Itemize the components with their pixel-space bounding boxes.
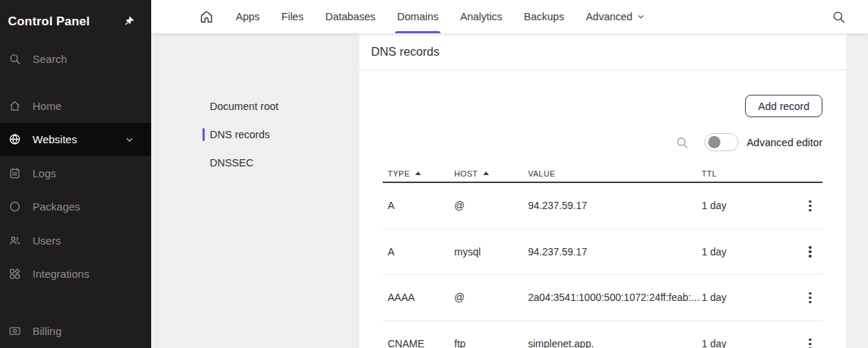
row-menu-icon[interactable] [806,336,814,348]
tab-domains[interactable]: Domains [397,0,438,33]
sidebar-item-label: Packages [33,200,80,213]
subnav-item-label: Document root [210,101,278,112]
sort-asc-icon [415,171,421,175]
sidebar-search[interactable]: Search [0,43,151,74]
sidebar-nav: Home Websites Logs [0,89,151,348]
column-label: TYPE [388,169,410,178]
subnav-item-label: DNS records [210,129,270,140]
tab-backups[interactable]: Backups [524,0,564,33]
cell-host: ftp [454,338,528,348]
top-nav: Apps Files Databases Domains Analytics B… [151,0,868,33]
dns-records-table: TYPE HOST VALUE TTL A [383,165,822,348]
sidebar-item-logs[interactable]: Logs [0,156,151,190]
sidebar-item-label: Billing [33,325,61,337]
search-icon [9,53,21,65]
tab-files[interactable]: Files [281,0,304,33]
tab-databases[interactable]: Databases [326,0,375,33]
cell-ttl: 1 day [702,200,798,211]
domain-subnav: Document root DNS records DNSSEC [151,33,359,177]
add-record-button[interactable]: Add record [745,95,822,117]
dns-records-panel: DNS records Add record Advanced editor [359,33,846,348]
sidebar-item-home[interactable]: Home [0,89,151,123]
cell-ttl: 1 day [702,292,798,303]
integrations-icon [9,268,21,280]
tab-label: Analytics [460,11,502,22]
row-menu-icon[interactable] [806,289,814,307]
sidebar-item-label: Users [33,234,61,247]
cell-type: CNAME [388,338,454,348]
main-sidebar: Control Panel Search Home [0,0,151,348]
column-header-value[interactable]: VALUE [528,169,702,178]
sidebar-item-packages[interactable]: Packages [0,190,151,224]
chevron-down-icon [637,12,645,21]
app-title: Control Panel [8,14,90,29]
cell-value: 94.237.59.17 [528,200,702,211]
sidebar-item-label: Home [33,100,61,112]
table-header-row: TYPE HOST VALUE TTL [383,165,822,183]
column-label: TTL [702,169,717,178]
sidebar-item-label: Integrations [33,268,89,280]
cell-ttl: 1 day [702,338,798,348]
sidebar-item-integrations[interactable]: Integrations [0,258,151,292]
tab-label: Files [281,11,304,22]
cell-host: mysql [454,246,528,258]
packages-icon [9,200,21,213]
table-search-icon[interactable] [676,136,689,149]
advanced-editor-toggle[interactable] [705,133,739,151]
cell-type: AAAA [388,292,454,303]
sort-asc-icon [483,171,489,175]
toggle-knob [708,136,720,148]
row-menu-icon[interactable] [806,243,814,260]
table-row: A @ 94.237.59.17 1 day [383,183,822,229]
search-icon[interactable] [832,10,846,24]
cell-ttl: 1 day [702,246,798,258]
chevron-down-icon [124,135,135,145]
globe-icon [9,133,21,145]
subnav-item-label: DNSSEC [210,157,253,169]
sidebar-item-label: Logs [33,167,56,179]
tab-label: Advanced [586,11,633,22]
home-icon [9,100,21,112]
cell-value: simplenet.app. [528,338,702,348]
cell-value: 94.237.59.17 [528,246,702,258]
sidebar-spacer [0,291,151,315]
row-menu-icon[interactable] [806,198,814,215]
home-icon[interactable] [199,9,214,25]
cell-host: @ [454,200,528,211]
users-icon [9,234,21,247]
cell-type: A [388,246,454,258]
table-row: AAAA @ 2a04:3541:1000:500:1072:24ff:feab… [383,275,822,321]
panel-body: Add record Advanced editor TYPE [359,95,846,348]
sidebar-item-websites[interactable]: Websites [0,123,151,157]
cell-type: A [388,200,454,211]
tab-label: Backups [524,11,564,22]
sidebar-item-users[interactable]: Users [0,224,151,258]
table-row: A mysql 94.237.59.17 1 day [383,229,822,276]
cell-host: @ [454,292,528,303]
editor-row: Advanced editor [383,133,822,151]
subnav-item-dnssec[interactable]: DNSSEC [151,148,359,177]
table-row: CNAME ftp simplenet.app. 1 day [383,321,822,348]
content-area: Document root DNS records DNSSEC DNS rec… [151,33,868,348]
billing-icon [9,325,21,337]
subnav-item-document-root[interactable]: Document root [151,92,359,120]
panel-header: DNS records [359,33,846,70]
sidebar-item-billing[interactable]: Billing [0,315,151,348]
tab-advanced[interactable]: Advanced [586,0,646,33]
tab-label: Apps [236,11,260,22]
tab-label: Databases [326,11,375,22]
column-header-host[interactable]: HOST [454,169,528,178]
tab-analytics[interactable]: Analytics [460,0,502,33]
sidebar-item-label: Websites [33,133,77,145]
sidebar-search-label: Search [33,53,67,65]
advanced-editor-label: Advanced editor [746,137,822,148]
sidebar-header: Control Panel [0,0,151,43]
actions-row: Add record [383,95,822,117]
tab-label: Domains [397,11,438,22]
cell-value: 2a04:3541:1000:500:1072:24ff:feab:... [528,292,702,303]
tab-apps[interactable]: Apps [236,0,260,33]
column-header-type[interactable]: TYPE [388,169,454,178]
column-header-ttl[interactable]: TTL [702,169,798,178]
subnav-item-dns-records[interactable]: DNS records [151,120,359,148]
pin-icon[interactable] [124,16,135,27]
